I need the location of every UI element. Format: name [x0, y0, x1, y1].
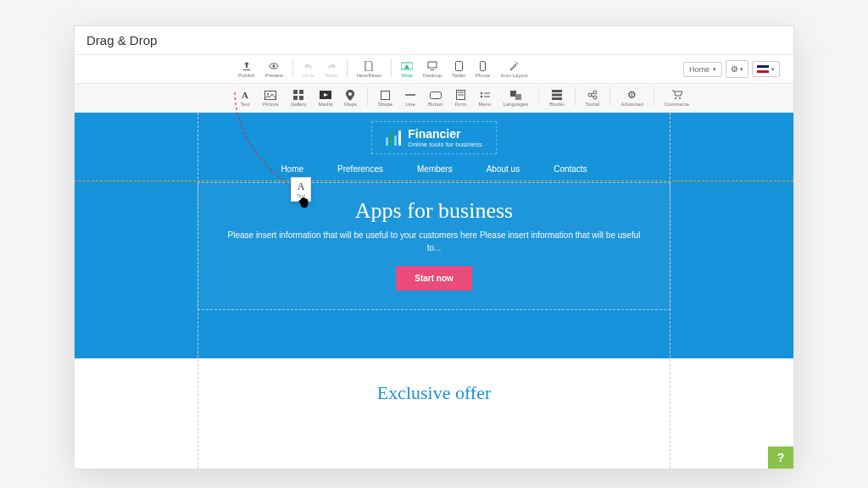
gear-icon: ⚙: [626, 89, 638, 101]
element-commerce[interactable]: Commerce: [659, 87, 694, 108]
svg-rect-11: [299, 96, 303, 100]
maps-icon: [344, 89, 356, 101]
hero-title: Apps for business: [224, 198, 644, 224]
element-picture[interactable]: Picture: [258, 87, 284, 108]
nav-about[interactable]: About us: [487, 164, 520, 174]
svg-rect-26: [552, 90, 562, 92]
desktop-button[interactable]: Desktop: [419, 58, 446, 80]
eye-icon: [268, 60, 280, 72]
svg-rect-6: [265, 91, 276, 99]
nav-home[interactable]: Home: [281, 164, 303, 174]
menu-icon: [479, 89, 491, 101]
svg-point-20: [481, 92, 482, 94]
site-nav: Home Preferences Members About us Contac…: [75, 164, 793, 174]
grab-cursor-icon: [298, 195, 311, 208]
element-maps[interactable]: Maps: [339, 87, 362, 108]
phone-icon: [477, 60, 489, 72]
svg-rect-3: [428, 62, 437, 68]
element-button[interactable]: Button: [423, 87, 448, 108]
text-icon: A: [292, 180, 310, 193]
publish-button[interactable]: Publish: [234, 58, 259, 80]
wide-button[interactable]: Wide: [397, 58, 417, 80]
main-toolbar: Publish Preview Undo Redo New/Reset: [75, 55, 793, 84]
hero-text: Please insert information that will be u…: [224, 229, 644, 254]
guide-line: [75, 180, 793, 181]
shape-icon: [379, 89, 391, 101]
section2-title: Exclusive offer: [75, 382, 793, 404]
svg-point-13: [348, 92, 352, 96]
element-menu[interactable]: Menu: [473, 87, 496, 108]
gear-icon: ⚙: [731, 64, 738, 74]
canvas[interactable]: Financier Online tools for business Home…: [75, 113, 793, 469]
brand-tagline: Online tools for business: [408, 141, 482, 148]
svg-rect-25: [515, 94, 521, 100]
nav-members[interactable]: Members: [417, 164, 453, 174]
element-advanced[interactable]: ⚙ Advanced: [615, 87, 648, 108]
svg-point-21: [481, 96, 482, 97]
uk-flag-icon: [757, 65, 769, 73]
page-selector[interactable]: Home: [683, 62, 722, 77]
logo[interactable]: Financier Online tools for business: [371, 121, 497, 154]
section-2[interactable]: Exclusive offer: [75, 358, 793, 404]
desktop-icon: [426, 60, 438, 72]
undo-button[interactable]: Undo: [298, 58, 319, 80]
drop-zone[interactable]: Apps for business Please insert informat…: [198, 182, 670, 310]
page-icon: [363, 60, 375, 72]
hero-section[interactable]: Financier Online tools for business Home…: [75, 113, 793, 358]
svg-point-7: [267, 93, 269, 95]
tablet-icon: [453, 60, 465, 72]
svg-rect-10: [293, 96, 298, 100]
redo-button[interactable]: Redo: [320, 58, 341, 80]
redo-icon: [326, 60, 337, 72]
brand-name: Financier: [408, 127, 482, 141]
gallery-icon: [292, 89, 304, 101]
button-icon: [430, 89, 442, 101]
settings-button[interactable]: ⚙▾: [726, 60, 748, 78]
phone-button[interactable]: Phone: [471, 58, 494, 80]
nav-preferences[interactable]: Preferences: [337, 164, 383, 174]
svg-point-31: [593, 96, 597, 99]
element-gallery[interactable]: Gallery: [286, 87, 312, 108]
element-text[interactable]: A Text: [234, 87, 256, 108]
cart-icon: [671, 89, 683, 101]
element-shape[interactable]: Shape: [373, 87, 398, 108]
auto-layout-button[interactable]: Auto Layout: [496, 58, 531, 80]
wide-icon: [401, 60, 413, 72]
guide-line-v: [198, 113, 198, 469]
social-icon: [587, 89, 598, 101]
element-blocks[interactable]: Blocks: [544, 87, 570, 108]
svg-point-35: [679, 97, 681, 99]
wand-icon: [508, 60, 520, 72]
guide-line-v: [670, 113, 670, 469]
svg-rect-24: [510, 91, 516, 97]
element-social[interactable]: Social: [581, 87, 604, 108]
preview-button[interactable]: Preview: [261, 58, 287, 80]
nav-contacts[interactable]: Contacts: [554, 164, 587, 174]
svg-rect-5: [481, 62, 486, 71]
element-media[interactable]: Media: [314, 87, 337, 108]
picture-icon: [264, 89, 276, 101]
svg-rect-8: [293, 90, 298, 94]
element-form[interactable]: Form: [449, 87, 471, 108]
element-languages[interactable]: Languages: [498, 87, 533, 108]
svg-point-30: [593, 91, 597, 94]
text-icon: A: [239, 89, 251, 101]
new-reset-button[interactable]: New/Reset: [353, 58, 386, 80]
undo-icon: [303, 60, 314, 72]
upload-icon: [241, 60, 253, 72]
form-icon: [454, 89, 466, 101]
svg-rect-4: [455, 62, 462, 71]
language-button[interactable]: ▾: [752, 61, 780, 77]
svg-point-1: [273, 65, 275, 68]
svg-point-34: [675, 97, 676, 99]
cta-button[interactable]: Start now: [396, 266, 472, 291]
elements-toolbar: A Text Picture Gallery Media Maps: [75, 84, 793, 113]
app-window: Drag & Drop Publish Preview Undo Redo: [74, 25, 794, 469]
blocks-icon: [551, 89, 563, 101]
svg-rect-28: [552, 97, 562, 100]
logo-icon: [386, 130, 401, 146]
help-button[interactable]: ?: [768, 446, 793, 469]
svg-rect-27: [552, 94, 562, 97]
tablet-button[interactable]: Tablet: [448, 58, 470, 80]
element-line[interactable]: Line: [399, 87, 421, 108]
